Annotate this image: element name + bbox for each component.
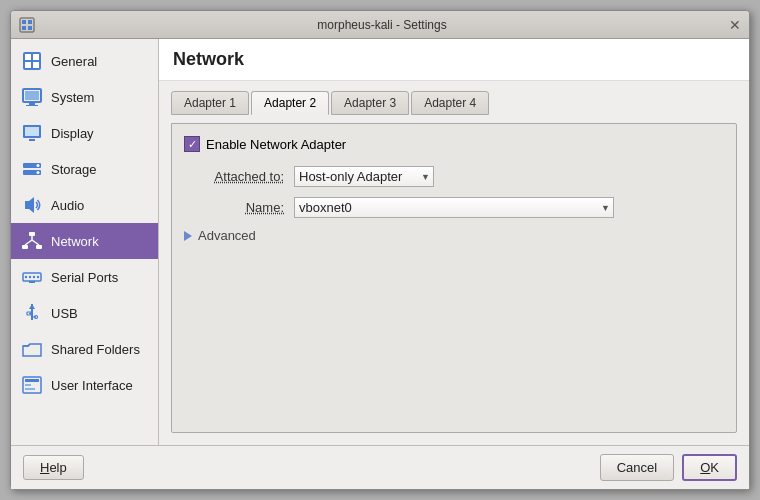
panel-title: Network bbox=[159, 39, 749, 81]
sidebar-label-storage: Storage bbox=[51, 162, 97, 177]
shared-icon bbox=[21, 338, 43, 360]
attached-label: Attached to: bbox=[184, 169, 294, 184]
sidebar-item-display[interactable]: Display bbox=[11, 115, 158, 151]
settings-window: morpheus-kali - Settings ✕ General bbox=[10, 10, 750, 490]
bottom-bar: Help Cancel OK bbox=[11, 445, 749, 489]
svg-rect-2 bbox=[28, 20, 32, 24]
sidebar-item-network[interactable]: Network bbox=[11, 223, 158, 259]
ui-icon bbox=[21, 374, 43, 396]
titlebar-icon bbox=[19, 17, 35, 33]
tab-adapter3[interactable]: Adapter 3 bbox=[331, 91, 409, 115]
svg-marker-21 bbox=[25, 197, 34, 213]
svg-point-20 bbox=[37, 171, 40, 174]
advanced-toggle-icon bbox=[184, 231, 192, 241]
close-button[interactable]: ✕ bbox=[729, 18, 741, 32]
svg-point-30 bbox=[29, 276, 31, 278]
tab-adapter1[interactable]: Adapter 1 bbox=[171, 91, 249, 115]
cancel-button[interactable]: Cancel bbox=[600, 454, 674, 481]
advanced-label: Advanced bbox=[198, 228, 256, 243]
sidebar-label-audio: Audio bbox=[51, 198, 84, 213]
content-area: General System Display bbox=[11, 39, 749, 445]
ok-button[interactable]: OK bbox=[682, 454, 737, 481]
name-select[interactable]: vboxnet0 bbox=[294, 197, 614, 218]
sidebar-item-usb[interactable]: USB bbox=[11, 295, 158, 331]
svg-rect-16 bbox=[29, 139, 35, 141]
storage-icon bbox=[21, 158, 43, 180]
name-label-text: Name: bbox=[246, 200, 284, 215]
svg-point-29 bbox=[25, 276, 27, 278]
svg-rect-15 bbox=[25, 127, 39, 136]
main-panel: Network Adapter 1 Adapter 2 Adapter 3 Ad… bbox=[159, 39, 749, 445]
sidebar-label-general: General bbox=[51, 54, 97, 69]
window-title: morpheus-kali - Settings bbox=[35, 18, 729, 32]
sidebar-item-serial[interactable]: Serial Ports bbox=[11, 259, 158, 295]
sidebar-label-system: System bbox=[51, 90, 94, 105]
serial-icon bbox=[21, 266, 43, 288]
svg-rect-42 bbox=[25, 384, 31, 386]
enable-checkbox-row: ✓ Enable Network Adapter bbox=[184, 136, 724, 152]
sidebar-item-audio[interactable]: Audio bbox=[11, 187, 158, 223]
name-select-wrapper: vboxnet0 bbox=[294, 197, 614, 218]
svg-point-32 bbox=[37, 276, 39, 278]
tab-adapter2[interactable]: Adapter 2 bbox=[251, 91, 329, 115]
svg-rect-6 bbox=[25, 54, 31, 60]
attached-select[interactable]: Host-only Adapter Not attached NAT NAT N… bbox=[294, 166, 434, 187]
attached-label-text: Attached to: bbox=[215, 169, 284, 184]
name-label: Name: bbox=[184, 200, 294, 215]
svg-line-26 bbox=[25, 240, 32, 245]
usb-icon bbox=[21, 302, 43, 324]
svg-rect-22 bbox=[29, 232, 35, 236]
svg-rect-1 bbox=[22, 20, 26, 24]
sidebar-label-usb: USB bbox=[51, 306, 78, 321]
svg-marker-35 bbox=[29, 304, 35, 309]
sidebar-label-shared: Shared Folders bbox=[51, 342, 140, 357]
help-button[interactable]: Help bbox=[23, 455, 84, 480]
svg-rect-8 bbox=[25, 62, 31, 68]
svg-rect-43 bbox=[25, 388, 35, 390]
sidebar-item-general[interactable]: General bbox=[11, 43, 158, 79]
advanced-row[interactable]: Advanced bbox=[184, 228, 724, 243]
network-icon bbox=[21, 230, 43, 252]
svg-rect-23 bbox=[22, 245, 28, 249]
svg-rect-9 bbox=[33, 62, 39, 68]
tabs-row: Adapter 1 Adapter 2 Adapter 3 Adapter 4 bbox=[171, 91, 737, 115]
display-icon bbox=[21, 122, 43, 144]
svg-rect-12 bbox=[29, 103, 35, 105]
svg-rect-4 bbox=[28, 26, 32, 30]
svg-rect-41 bbox=[25, 379, 39, 382]
svg-rect-3 bbox=[22, 26, 26, 30]
help-label: H bbox=[40, 460, 49, 475]
svg-rect-11 bbox=[25, 91, 39, 100]
attached-select-wrapper: Host-only Adapter Not attached NAT NAT N… bbox=[294, 166, 434, 187]
sidebar-item-shared[interactable]: Shared Folders bbox=[11, 331, 158, 367]
svg-rect-13 bbox=[26, 105, 38, 106]
action-buttons: Cancel OK bbox=[600, 454, 737, 481]
general-icon bbox=[21, 50, 43, 72]
svg-point-19 bbox=[37, 164, 40, 167]
name-form-row: Name: vboxnet0 bbox=[184, 197, 724, 218]
svg-line-27 bbox=[32, 240, 39, 245]
tab-adapter4[interactable]: Adapter 4 bbox=[411, 91, 489, 115]
enable-checkbox[interactable]: ✓ bbox=[184, 136, 200, 152]
sidebar-label-ui: User Interface bbox=[51, 378, 133, 393]
sidebar-item-ui[interactable]: User Interface bbox=[11, 367, 158, 403]
svg-rect-24 bbox=[36, 245, 42, 249]
svg-point-31 bbox=[33, 276, 35, 278]
titlebar: morpheus-kali - Settings ✕ bbox=[11, 11, 749, 39]
tab-content: ✓ Enable Network Adapter Attached to: Ho… bbox=[171, 123, 737, 433]
enable-checkbox-label: Enable Network Adapter bbox=[206, 137, 346, 152]
sidebar-label-serial: Serial Ports bbox=[51, 270, 118, 285]
svg-rect-7 bbox=[33, 54, 39, 60]
svg-rect-33 bbox=[29, 281, 35, 283]
sidebar-item-system[interactable]: System bbox=[11, 79, 158, 115]
system-icon bbox=[21, 86, 43, 108]
sidebar-label-display: Display bbox=[51, 126, 94, 141]
sidebar-label-network: Network bbox=[51, 234, 99, 249]
audio-icon bbox=[21, 194, 43, 216]
attached-form-row: Attached to: Host-only Adapter Not attac… bbox=[184, 166, 724, 187]
ok-underline: O bbox=[700, 460, 710, 475]
sidebar-item-storage[interactable]: Storage bbox=[11, 151, 158, 187]
sidebar: General System Display bbox=[11, 39, 159, 445]
